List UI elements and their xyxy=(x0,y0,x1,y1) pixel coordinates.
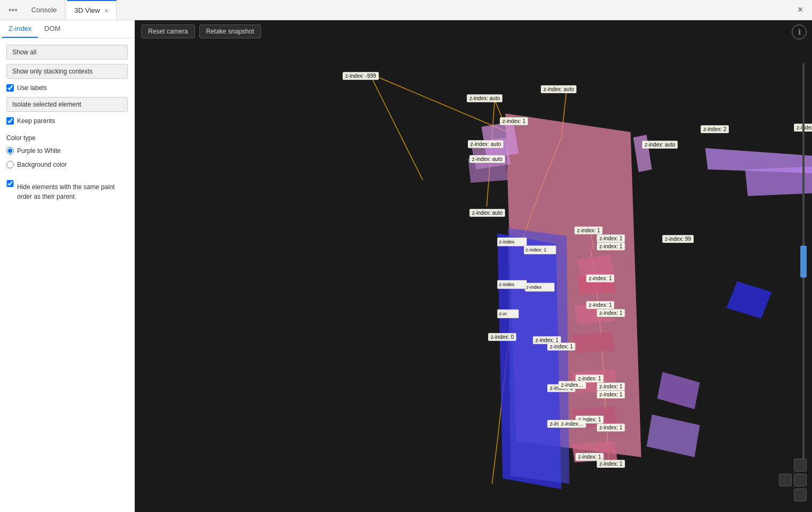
mini-controls xyxy=(779,459,807,501)
svg-text:z-index: 1: z-index: 1 xyxy=(526,247,547,253)
window-close-button[interactable]: × xyxy=(793,3,808,18)
use-labels-row[interactable]: Use labels xyxy=(6,84,128,92)
svg-text:z-index: z-index xyxy=(499,282,515,287)
mini-control-br[interactable] xyxy=(794,474,807,486)
background-color-option[interactable]: Background color xyxy=(6,161,128,168)
more-options-button[interactable]: ••• xyxy=(4,5,22,15)
title-bar: ••• Console 3D View × × xyxy=(0,0,812,20)
svg-marker-29 xyxy=(578,273,616,295)
hide-elements-label: Hide elements with the same paint order … xyxy=(17,182,128,201)
keep-parents-checkbox[interactable] xyxy=(6,117,14,125)
canvas-area: z-index z-index: 1 z-index z-index z-in xyxy=(135,20,812,512)
svg-text:z-index: z-index xyxy=(526,285,542,290)
mini-control-tr[interactable] xyxy=(794,459,807,472)
svg-text:z-in: z-in xyxy=(499,311,507,316)
mini-control-bl[interactable] xyxy=(779,474,792,486)
hide-elements-checkbox[interactable] xyxy=(6,180,14,187)
svg-marker-32 xyxy=(572,369,618,393)
info-button[interactable]: ℹ xyxy=(792,25,807,39)
svg-marker-33 xyxy=(572,407,618,428)
tab-dom[interactable]: DOM xyxy=(38,20,67,38)
svg-marker-22 xyxy=(508,228,570,484)
purple-to-white-option[interactable]: Purple to White xyxy=(6,147,128,155)
sub-tabs: Z-index DOM xyxy=(0,20,134,38)
tab-zindex[interactable]: Z-index xyxy=(2,20,38,38)
main-layout: Z-index DOM Show all Show only stacking … xyxy=(0,20,812,512)
panel-content: Show all Show only stacking contexts Use… xyxy=(0,38,134,208)
retake-snapshot-button[interactable]: Retake snapshot xyxy=(199,25,261,38)
svg-marker-31 xyxy=(572,332,615,353)
background-color-radio[interactable] xyxy=(6,161,14,168)
keep-parents-row[interactable]: Keep parents xyxy=(6,117,128,125)
view-toolbar: Reset camera Retake snapshot xyxy=(135,20,267,43)
purple-to-white-radio[interactable] xyxy=(6,147,14,155)
svg-marker-34 xyxy=(572,441,618,462)
right-panel: Reset camera Retake snapshot ℹ xyxy=(135,20,812,512)
show-all-button[interactable]: Show all xyxy=(6,45,128,60)
svg-marker-30 xyxy=(575,303,615,324)
svg-rect-0 xyxy=(135,20,812,512)
tab-close-icon[interactable]: × xyxy=(104,6,109,15)
svg-marker-37 xyxy=(468,156,508,183)
isolate-selected-button[interactable]: Isolate selected element xyxy=(6,97,128,112)
left-panel: Z-index DOM Show all Show only stacking … xyxy=(0,20,135,512)
use-labels-checkbox[interactable] xyxy=(6,84,14,92)
svg-text:z-index: z-index xyxy=(499,239,515,245)
tab-3d-view[interactable]: 3D View × xyxy=(67,0,117,20)
show-only-stacking-button[interactable]: Show only stacking contexts xyxy=(6,64,128,79)
mini-control-b[interactable] xyxy=(794,489,807,501)
scroll-thumb[interactable] xyxy=(800,246,807,278)
reset-camera-button[interactable]: Reset camera xyxy=(141,25,195,38)
tab-console[interactable]: Console xyxy=(24,0,65,20)
hide-elements-row: Hide elements with the same paint order … xyxy=(6,179,128,201)
scroll-track xyxy=(802,63,805,469)
color-type-label: Color type xyxy=(6,134,128,142)
